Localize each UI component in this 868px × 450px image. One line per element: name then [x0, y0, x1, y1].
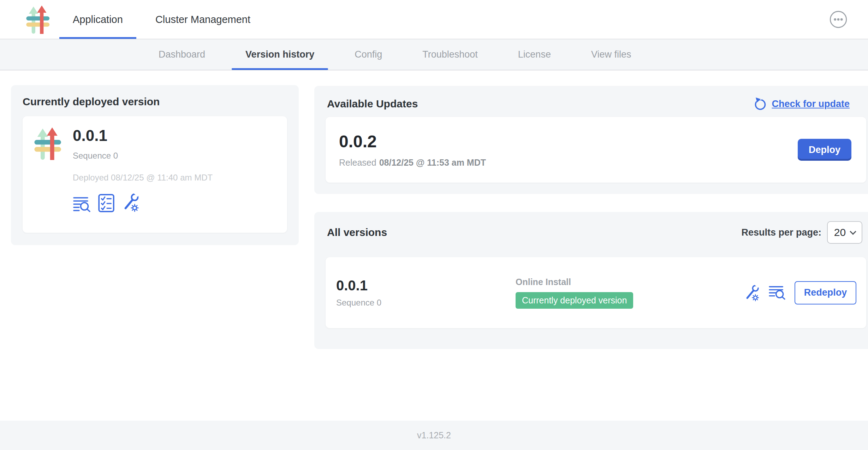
subnav-item-view-files[interactable]: View files — [571, 39, 652, 70]
check-for-update-link[interactable]: Check for update — [753, 96, 850, 111]
subnav-item-license[interactable]: License — [498, 39, 571, 70]
version-sequence: Sequence 0 — [336, 298, 516, 308]
app-logo-arrows-icon — [33, 127, 63, 160]
version-number: 0.0.1 — [336, 278, 516, 294]
available-updates-panel: Available Updates Check for update 0.0.2… — [314, 86, 868, 194]
top-navbar: Application Cluster Management — [0, 0, 868, 39]
update-details: 0.0.2 Released08/12/25 @ 11:53 am MDT — [339, 132, 486, 168]
check-for-update-label: Check for update — [772, 99, 850, 109]
top-tabs: Application Cluster Management — [57, 0, 267, 39]
version-history-page: Currently deployed version 0.0.1 Sequenc… — [0, 70, 868, 421]
edit-config-icon[interactable] — [744, 284, 760, 302]
redeploy-button[interactable]: Redeploy — [795, 281, 856, 304]
app-subnav: Dashboard Version history Config Trouble… — [0, 39, 868, 70]
currently-deployed-title: Currently deployed version — [23, 96, 287, 108]
subnav-item-troubleshoot[interactable]: Troubleshoot — [402, 39, 498, 70]
version-row-info: 0.0.1 Sequence 0 — [336, 278, 516, 308]
subnav-item-dashboard[interactable]: Dashboard — [138, 39, 225, 70]
deployed-version-number: 0.0.1 — [73, 127, 213, 144]
update-released-timestamp: Released08/12/25 @ 11:53 am MDT — [339, 158, 486, 168]
released-label: Released — [339, 158, 376, 167]
released-date: 08/12/25 @ 11:53 am MDT — [379, 158, 486, 167]
tab-cluster-management[interactable]: Cluster Management — [139, 0, 267, 39]
app-footer: v1.125.2 — [0, 421, 868, 450]
overflow-menu-button[interactable] — [829, 10, 848, 29]
tab-application[interactable]: Application — [57, 0, 139, 39]
app-logo-arrows-icon — [25, 5, 51, 34]
update-version-number: 0.0.2 — [339, 132, 486, 151]
results-per-page-group: Results per page: 20 — [741, 221, 862, 244]
deployed-version-actions — [73, 193, 213, 212]
version-row-actions: Redeploy — [744, 281, 856, 304]
deploy-button[interactable]: Deploy — [798, 139, 851, 161]
app-logo — [33, 127, 64, 222]
currently-deployed-badge: Currently deployed version — [516, 292, 633, 309]
app-window: Application Cluster Management Dashboard… — [0, 0, 868, 450]
subnav-item-config[interactable]: Config — [334, 39, 402, 70]
currently-deployed-panel: Currently deployed version 0.0.1 Sequenc… — [11, 85, 299, 245]
preflight-checks-icon[interactable] — [98, 194, 114, 212]
all-versions-header: All versions Results per page: 20 — [327, 221, 862, 244]
refresh-icon — [753, 96, 767, 111]
deploy-logs-icon[interactable] — [768, 285, 786, 301]
available-update-row: 0.0.2 Released08/12/25 @ 11:53 am MDT De… — [326, 117, 866, 183]
app-logo — [21, 0, 55, 39]
deployed-version-details: 0.0.1 Sequence 0 Deployed 08/12/25 @ 11:… — [73, 127, 213, 222]
deployed-version-card: 0.0.1 Sequence 0 Deployed 08/12/25 @ 11:… — [23, 116, 287, 233]
results-per-page-select[interactable]: 20 — [827, 221, 862, 244]
deploy-logs-icon[interactable] — [73, 196, 91, 212]
console-version: v1.125.2 — [417, 430, 451, 440]
results-per-page-label: Results per page: — [741, 227, 821, 238]
available-updates-header: Available Updates Check for update — [327, 96, 862, 111]
edit-config-icon[interactable] — [121, 193, 140, 212]
version-row: 0.0.1 Sequence 0 Online Install Currentl… — [326, 257, 866, 328]
results-per-page-value: 20 — [834, 226, 846, 238]
subnav-item-version-history[interactable]: Version history — [225, 39, 334, 70]
deployed-sequence: Sequence 0 — [73, 151, 213, 161]
all-versions-panel: All versions Results per page: 20 0.0.1 … — [314, 212, 868, 349]
version-row-status: Online Install Currently deployed versio… — [516, 277, 744, 309]
deployed-timestamp: Deployed 08/12/25 @ 11:40 am MDT — [73, 173, 213, 183]
ellipsis-circle-icon — [829, 10, 848, 29]
install-type-label: Online Install — [516, 277, 744, 287]
all-versions-title: All versions — [327, 226, 387, 238]
chevron-down-icon — [850, 228, 856, 235]
available-updates-title: Available Updates — [327, 98, 418, 110]
